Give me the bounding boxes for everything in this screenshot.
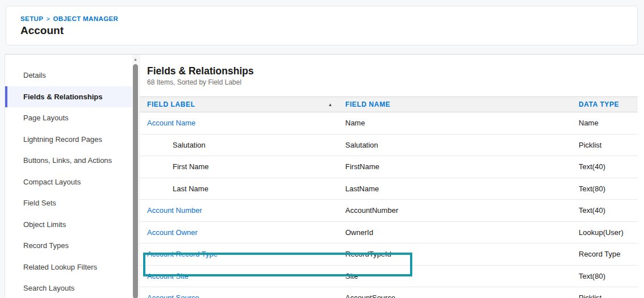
sidebar-item-label: Lightning Record Pages <box>23 135 102 144</box>
breadcrumb: SETUP>OBJECT MANAGER <box>20 15 637 22</box>
sidebar-item-compact-layouts[interactable]: Compact Layouts <box>5 171 132 193</box>
sidebar-item-record-types[interactable]: Record Types <box>5 235 132 257</box>
field-name-cell: Salutation <box>345 141 579 149</box>
field-name-cell: Name <box>345 119 579 127</box>
field-link-account-owner[interactable]: Account Owner <box>147 228 198 237</box>
table-row: Account Owner OwnerId Lookup(User) <box>140 222 638 244</box>
field-name-cell: Site <box>345 272 579 280</box>
field-label-cell: Account Record Type <box>140 250 345 258</box>
fields-table-body: Account Name Name Name Salutation Saluta… <box>140 112 638 298</box>
field-label-cell: First Name <box>140 162 345 171</box>
content-subtitle: 68 Items, Sorted by Field Label <box>147 78 638 86</box>
data-type-cell: Text(40) <box>579 206 638 215</box>
data-type-cell: Name <box>579 119 638 127</box>
content-title: Fields & Relationships <box>147 65 638 77</box>
sidebar-item-label: Related Lookup Filters <box>23 263 97 271</box>
sidebar-item-lightning-record-pages[interactable]: Lightning Record Pages <box>5 129 132 150</box>
sidebar-item-label: Buttons, Links, and Actions <box>23 156 112 165</box>
table-row: First Name FirstName Text(40) <box>140 156 638 178</box>
field-link-account-number[interactable]: Account Number <box>147 206 202 215</box>
scroll-up-arrow-icon[interactable]: ▲ <box>132 54 139 64</box>
column-header-field-label[interactable]: FIELD LABEL ▲ <box>140 100 345 108</box>
field-label-cell: Account Site <box>140 272 345 280</box>
field-label-cell: Account Source <box>140 293 345 298</box>
field-label-cell: Account Number <box>140 206 345 215</box>
breadcrumb-separator: > <box>46 15 50 22</box>
sidebar-item-buttons-links-and-actions[interactable]: Buttons, Links, and Actions <box>5 150 132 171</box>
sidebar-item-label: Page Layouts <box>23 114 69 122</box>
sort-ascending-icon: ▲ <box>328 102 333 107</box>
table-row-highlighted: Account Number AccountNumber Text(40) <box>140 200 638 222</box>
table-row: Account Record Type RecordTypeId Record … <box>140 244 638 266</box>
sidebar-item-object-limits[interactable]: Object Limits <box>5 214 132 236</box>
data-type-cell: Text(80) <box>579 184 638 193</box>
sidebar-item-label: Field Sets <box>23 199 56 207</box>
sidebar-scrollbar[interactable]: ▲ <box>132 54 139 298</box>
table-row: Account Source AccountSource Picklist <box>140 287 638 298</box>
sidebar-item-label: Record Types <box>23 241 69 250</box>
sidebar-item-search-layouts[interactable]: Search Layouts <box>5 278 132 298</box>
sidebar-item-label: Fields & Relationships <box>23 93 102 101</box>
sidebar-scrollbar-thumb[interactable] <box>133 64 138 298</box>
column-header-data-type[interactable]: DATA TYPE <box>579 100 638 108</box>
column-header-field-label-text: FIELD LABEL <box>147 100 195 108</box>
field-label-cell: Salutation <box>140 141 345 149</box>
field-name-cell: FirstName <box>345 162 579 171</box>
object-manager-panel: DetailsFields & RelationshipsPage Layout… <box>5 54 644 298</box>
sidebar-item-label: Search Layouts <box>23 284 74 292</box>
setup-header-card: SETUP>OBJECT MANAGER Account <box>6 6 638 45</box>
page-title: Account <box>20 24 637 37</box>
sidebar-item-fields-relationships[interactable]: Fields & Relationships <box>5 86 132 108</box>
sidebar-item-label: Details <box>23 71 46 79</box>
breadcrumb-object-manager-link[interactable]: OBJECT MANAGER <box>53 15 118 22</box>
field-name-cell: AccountSource <box>345 293 579 298</box>
sidebar-item-details[interactable]: Details <box>5 65 132 86</box>
data-type-cell: Lookup(User) <box>579 228 638 237</box>
main-content: Fields & Relationships 68 Items, Sorted … <box>140 54 638 298</box>
data-type-cell: Text(80) <box>579 272 638 280</box>
data-type-cell: Record Type <box>579 250 638 258</box>
fields-table: FIELD LABEL ▲ FIELD NAME DATA TYPE Accou… <box>140 96 638 298</box>
table-row: Salutation Salutation Picklist <box>140 135 638 157</box>
column-header-field-name[interactable]: FIELD NAME <box>345 100 579 108</box>
field-label-cell: Account Owner <box>140 228 345 237</box>
breadcrumb-setup-link[interactable]: SETUP <box>20 15 43 22</box>
table-row: Last Name LastName Text(80) <box>140 178 638 200</box>
field-name-cell: AccountNumber <box>345 206 579 215</box>
field-link-account-record-type[interactable]: Account Record Type <box>147 250 218 258</box>
table-row: Account Site Site Text(80) <box>140 266 638 288</box>
sidebar-item-page-layouts[interactable]: Page Layouts <box>5 107 132 129</box>
sidebar-item-field-sets[interactable]: Field Sets <box>5 192 132 214</box>
field-label-cell: Last Name <box>140 184 345 193</box>
field-name-cell: LastName <box>345 184 579 193</box>
field-link-account-source[interactable]: Account Source <box>147 293 199 298</box>
sidebar-item-related-lookup-filters[interactable]: Related Lookup Filters <box>5 257 132 278</box>
data-type-cell: Picklist <box>579 141 638 149</box>
field-label-cell: Account Name <box>140 119 345 127</box>
field-name-cell: RecordTypeId <box>345 250 579 258</box>
field-link-account-site[interactable]: Account Site <box>147 272 189 280</box>
data-type-cell: Picklist <box>579 293 638 298</box>
table-row: Account Name Name Name <box>140 112 638 135</box>
fields-table-header: FIELD LABEL ▲ FIELD NAME DATA TYPE <box>140 96 638 112</box>
sidebar-nav: DetailsFields & RelationshipsPage Layout… <box>5 54 132 298</box>
sidebar-item-label: Compact Layouts <box>23 178 81 186</box>
data-type-cell: Text(40) <box>579 162 638 171</box>
field-link-account-name[interactable]: Account Name <box>147 119 195 127</box>
field-name-cell: OwnerId <box>345 228 579 237</box>
sidebar-item-label: Object Limits <box>23 220 66 229</box>
